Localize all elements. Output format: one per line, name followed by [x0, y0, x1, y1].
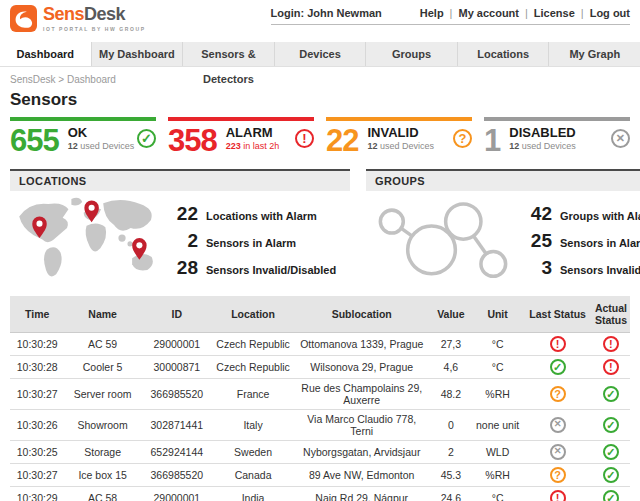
last-status-icon — [550, 417, 566, 433]
card-ok[interactable]: 655 OK 12 used Devices — [10, 117, 156, 156]
col-sublocation: Sublocation — [293, 296, 430, 333]
col-value: Value — [430, 296, 472, 333]
network-graphic — [368, 195, 518, 287]
alarm-exclamation-icon — [295, 129, 314, 148]
ok-count: 655 — [10, 126, 59, 156]
alarm-count: 358 — [168, 126, 217, 156]
card-invalid[interactable]: 22 INVALID 12 used Devices — [326, 117, 472, 156]
groups-stats: 42 Groups with Alarm 25 Sensors in Alarm… — [518, 203, 640, 279]
groups-panel-title: GROUPS — [366, 169, 640, 191]
table-row[interactable]: 10:30:27 Server room 366985520 France Ru… — [10, 379, 630, 410]
stat-sensors-in-alarm: 25 Sensors in Alarm — [518, 230, 640, 252]
last-status-icon — [550, 490, 566, 501]
stat-sensors-in-alarm: 2 Sensors in Alarm — [164, 230, 346, 252]
logout-link[interactable]: Log out — [590, 7, 630, 19]
world-map-graphic — [12, 193, 164, 289]
alarm-label: ALARM — [226, 126, 295, 140]
license-link[interactable]: License — [534, 7, 575, 19]
ok-label: OK — [68, 126, 137, 140]
actual-status-icon — [603, 444, 619, 460]
app-header: SensDesk IOT PORTAL BY HW GROUP Login: J… — [0, 0, 640, 42]
stat-sensors-invalid-disabled: 3 Sensors Invalid/Disabled — [518, 257, 640, 279]
sensors-table: Time Name ID Location Sublocation Value … — [10, 296, 630, 501]
col-unit: Unit — [472, 296, 524, 333]
actual-status-icon — [603, 386, 619, 402]
col-id: ID — [141, 296, 213, 333]
tab-my-graph[interactable]: My Graph — [549, 42, 640, 66]
login-bar: Login: John Newman Help | My account | L… — [271, 7, 630, 25]
table-row[interactable]: 10:30:26 Showroom 302871441 Italy Via Ma… — [10, 410, 630, 441]
invalid-question-icon — [453, 129, 472, 148]
last-status-icon — [550, 336, 566, 352]
card-alarm[interactable]: 358 ALARM 223 in last 2h — [168, 117, 314, 156]
status-cards: 655 OK 12 used Devices 358 ALARM 223 in … — [10, 117, 630, 156]
help-link[interactable]: Help — [420, 7, 444, 19]
stat-groups-with-alarm: 42 Groups with Alarm — [518, 203, 640, 225]
col-time: Time — [10, 296, 64, 333]
locations-panel: LOCATIONS — [10, 169, 350, 287]
table-row[interactable]: 10:30:27 Ice box 15 366985520 Canada 89 … — [10, 464, 630, 487]
tab-devices[interactable]: Devices — [275, 42, 367, 66]
invalid-label: INVALID — [367, 126, 453, 140]
page-title: Sensors — [10, 90, 630, 110]
last-status-icon — [550, 444, 566, 460]
groups-panel: GROUPS 42 Groups with Alarm — [366, 169, 640, 287]
link-separator: | — [581, 7, 584, 19]
logo-tagline: IOT PORTAL BY HW GROUP — [43, 26, 146, 32]
tab-locations[interactable]: Locations — [458, 42, 550, 66]
stat-locations-with-alarm: 22 Locations with Alarm — [164, 203, 346, 225]
disabled-sublabel: 12 used Devices — [509, 141, 611, 151]
locations-panel-title: LOCATIONS — [10, 169, 350, 191]
actual-status-icon — [603, 490, 619, 501]
tab-dashboard[interactable]: Dashboard — [0, 42, 92, 66]
last-status-icon — [550, 359, 566, 375]
overview-panels: LOCATIONS — [10, 169, 630, 287]
col-name: Name — [64, 296, 141, 333]
tab-my-dashboard[interactable]: My Dashboard — [92, 42, 184, 66]
table-header: Time Name ID Location Sublocation Value … — [10, 296, 630, 333]
sensdesk-logo[interactable]: SensDesk IOT PORTAL BY HW GROUP — [10, 5, 146, 32]
login-user-label: Login: John Newman — [271, 7, 382, 19]
tab-groups[interactable]: Groups — [366, 42, 458, 66]
disabled-count: 1 — [484, 126, 500, 156]
logo-wordmark: SensDesk — [43, 5, 146, 24]
col-actual-status: Actual Status — [592, 296, 630, 333]
link-separator: | — [525, 7, 528, 19]
last-status-icon — [550, 467, 566, 483]
ok-sublabel: 12 used Devices — [68, 141, 137, 151]
table-row[interactable]: 10:30:25 Storage 652924144 Sweden Nyborg… — [10, 441, 630, 464]
tab-sensors-detectors[interactable]: Sensors & Detectors — [183, 42, 275, 66]
invalid-sublabel: 12 used Devices — [367, 141, 453, 151]
locations-stats: 22 Locations with Alarm 2 Sensors in Ala… — [164, 203, 346, 279]
sensdesk-logo-icon — [10, 5, 37, 32]
my-account-link[interactable]: My account — [458, 7, 519, 19]
actual-status-icon — [603, 417, 619, 433]
table-row[interactable]: 10:30:28 Cooler 5 30000871 Czech Republi… — [10, 356, 630, 379]
table-row[interactable]: 10:30:29 AC 58 29000001 India Naig Rd 29… — [10, 487, 630, 501]
main-nav: Dashboard My Dashboard Sensors & Detecto… — [0, 42, 640, 67]
breadcrumb[interactable]: SensDesk > Dashboard — [0, 67, 640, 87]
ok-check-icon — [137, 129, 156, 148]
invalid-count: 22 — [326, 126, 358, 156]
last-status-icon — [550, 386, 566, 402]
disabled-label: DISABLED — [509, 126, 611, 140]
col-location: Location — [213, 296, 294, 333]
stat-sensors-invalid-disabled: 28 Sensors Invalid/Disabled — [164, 257, 346, 279]
actual-status-icon — [603, 467, 619, 483]
card-disabled[interactable]: 1 DISABLED 12 used Devices — [484, 117, 630, 156]
disabled-cross-icon — [611, 129, 630, 148]
link-separator: | — [450, 7, 453, 19]
col-last-status: Last Status — [523, 296, 591, 333]
actual-status-icon — [603, 359, 619, 375]
alarm-sublabel: 223 in last 2h — [226, 141, 295, 151]
table-row[interactable]: 10:30:29 AC 59 29000001 Czech Republic O… — [10, 333, 630, 356]
actual-status-icon — [603, 336, 619, 352]
